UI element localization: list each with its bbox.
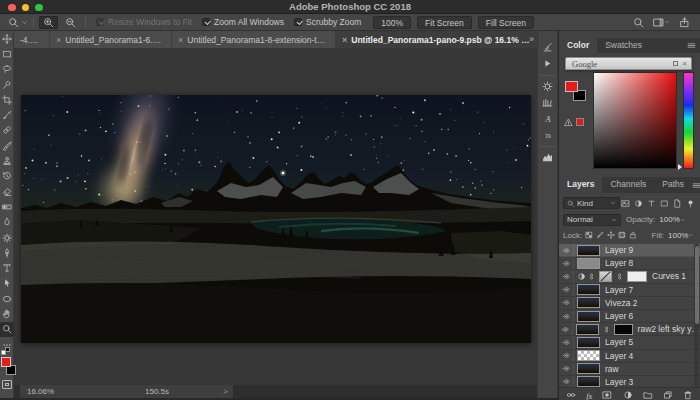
tab-close-icon[interactable]: × bbox=[56, 35, 61, 45]
gamut-warning[interactable] bbox=[564, 113, 584, 131]
document-tab[interactable]: -4.psb bbox=[14, 31, 50, 48]
zoom-tool-preset[interactable] bbox=[6, 16, 21, 29]
adjustments-panel-button[interactable] bbox=[539, 79, 556, 94]
checkbox-scrubby-zoom[interactable]: Scrubby Zoom bbox=[294, 17, 361, 27]
move-tool-button[interactable] bbox=[0, 31, 14, 46]
layer-name[interactable]: raw2 left sky yell... bbox=[636, 324, 700, 334]
zoom-out-button[interactable] bbox=[61, 16, 80, 29]
delete-layer-button[interactable] bbox=[683, 385, 693, 400]
new-group-button[interactable] bbox=[643, 385, 653, 400]
layer-row[interactable]: Layer 9 bbox=[559, 244, 700, 257]
close-icon[interactable]: × bbox=[682, 61, 687, 66]
layer-thumbnail[interactable] bbox=[577, 284, 600, 295]
minimize-icon[interactable] bbox=[673, 61, 678, 66]
layer-row[interactable]: Layer 5 bbox=[559, 336, 700, 349]
layer-thumbnail[interactable] bbox=[577, 350, 600, 361]
layer-name[interactable]: Viveza 2 bbox=[603, 298, 637, 308]
crop-tool-button[interactable] bbox=[0, 92, 14, 107]
zoom-in-button[interactable] bbox=[39, 16, 58, 29]
pixel-filter-button[interactable] bbox=[620, 197, 631, 209]
layer-visibility-toggle[interactable] bbox=[559, 336, 574, 348]
tab-close-icon[interactable]: × bbox=[342, 35, 347, 45]
tab-overflow-icon[interactable]: » bbox=[529, 31, 534, 48]
layer-thumbnail[interactable] bbox=[577, 337, 600, 348]
layer-name[interactable]: raw bbox=[603, 364, 619, 374]
panel-menu-button[interactable] bbox=[692, 177, 700, 193]
document-tab[interactable]: ×Untitled_Panorama1-8-extension-top.psb bbox=[172, 31, 336, 48]
layer-name[interactable]: Layer 6 bbox=[603, 311, 633, 321]
layer-row[interactable]: Viveza 2 bbox=[559, 297, 700, 310]
layer-name[interactable]: Layer 5 bbox=[603, 337, 633, 347]
adjustment-filter-button[interactable] bbox=[633, 197, 644, 209]
lasso-tool-button[interactable] bbox=[0, 62, 14, 77]
layer-effects-button[interactable]: fx bbox=[586, 385, 592, 400]
layer-thumbnail[interactable] bbox=[577, 258, 600, 269]
layer-thumbnail[interactable] bbox=[577, 311, 600, 322]
glyphs-panel-button[interactable]: A bbox=[539, 111, 556, 126]
fill-dropdown[interactable]: 100% bbox=[666, 229, 696, 241]
canvas-area[interactable]: 16.06% 150.5s > bbox=[14, 48, 537, 398]
actions-play-panel-button[interactable] bbox=[539, 56, 556, 71]
layer-mask-thumbnail[interactable] bbox=[627, 271, 647, 282]
layer-mask-thumbnail[interactable] bbox=[614, 324, 633, 335]
layer-thumbnail[interactable] bbox=[577, 245, 600, 256]
layer-name[interactable]: Layer 8 bbox=[603, 258, 633, 268]
layer-visibility-toggle[interactable] bbox=[559, 350, 574, 362]
layer-thumbnail[interactable] bbox=[577, 363, 600, 374]
hue-slider-marker[interactable] bbox=[678, 164, 682, 170]
lock-paint-button[interactable] bbox=[596, 231, 604, 240]
lock-all-button[interactable] bbox=[629, 231, 637, 240]
layer-thumbnail[interactable] bbox=[577, 297, 600, 308]
dodge-tool-button[interactable] bbox=[0, 230, 14, 245]
layer-visibility-toggle[interactable] bbox=[559, 323, 573, 335]
layer-row[interactable]: Layer 8 bbox=[559, 257, 700, 270]
layer-visibility-toggle[interactable] bbox=[559, 363, 574, 375]
tab-color[interactable]: Color bbox=[559, 38, 597, 53]
new-layer-button[interactable] bbox=[663, 385, 673, 400]
clone-stamp-tool-button[interactable] bbox=[0, 153, 14, 168]
layer-row[interactable]: Layer 4 bbox=[559, 350, 700, 363]
checkbox-zoom-all-windows[interactable]: Zoom All Windows bbox=[202, 17, 284, 27]
eraser-tool-button[interactable] bbox=[0, 184, 14, 199]
path-select-tool-button[interactable] bbox=[0, 276, 14, 291]
new-adjustment-button[interactable] bbox=[623, 385, 633, 400]
layer-visibility-toggle[interactable] bbox=[559, 284, 574, 296]
layer-row[interactable]: Curves 1 bbox=[559, 270, 700, 283]
panel-menu-button[interactable] bbox=[687, 38, 700, 53]
layers-scrollbar[interactable] bbox=[694, 244, 699, 387]
blend-mode-dropdown[interactable]: Normal bbox=[563, 214, 621, 226]
zoom-percent-field[interactable]: 16.06% bbox=[27, 385, 54, 398]
layer-row[interactable]: Layer 7 bbox=[559, 284, 700, 297]
document-tab[interactable]: ×Untitled_Panorama1-6.psb bbox=[50, 31, 172, 48]
hue-slider[interactable] bbox=[683, 72, 694, 169]
workspace-button[interactable] bbox=[653, 16, 670, 27]
lock-move-button[interactable] bbox=[607, 231, 615, 240]
document-tab[interactable]: ×Untitled_Panorama1-pano-9.psb @ 16.1% (… bbox=[336, 31, 537, 48]
scrollbar-thumb[interactable] bbox=[695, 246, 699, 324]
fill-screen-button[interactable]: Fill Screen bbox=[478, 16, 534, 29]
layer-visibility-toggle[interactable] bbox=[559, 270, 574, 282]
opacity-dropdown[interactable]: 100% bbox=[657, 214, 687, 226]
panorama-image[interactable] bbox=[21, 95, 531, 343]
tab-paths[interactable]: Paths bbox=[654, 177, 692, 193]
screen-mode-button[interactable] bbox=[2, 380, 12, 389]
layer-row[interactable]: Layer 6 bbox=[559, 310, 700, 323]
layer-visibility-toggle[interactable] bbox=[559, 257, 574, 269]
filter-kind-dropdown[interactable]: Kind bbox=[563, 197, 620, 209]
eyedropper-tool-button[interactable] bbox=[0, 107, 14, 122]
adjustment-thumbnail[interactable] bbox=[599, 271, 612, 282]
panel-foreground-swatch[interactable] bbox=[565, 81, 578, 92]
history-brush-tool-button[interactable] bbox=[0, 169, 14, 184]
smart-filter-button[interactable] bbox=[672, 197, 683, 209]
search-button[interactable] bbox=[633, 16, 644, 27]
layer-thumbnail[interactable] bbox=[576, 324, 599, 335]
shape-filter-button[interactable] bbox=[659, 197, 670, 209]
fit-screen-button[interactable]: Fit Screen bbox=[417, 16, 472, 29]
brush-settings-panel-button[interactable] bbox=[539, 40, 556, 55]
layer-row[interactable]: raw2 left sky yell... bbox=[559, 323, 700, 336]
tab-layers[interactable]: Layers bbox=[559, 177, 602, 193]
tab-swatches[interactable]: Swatches bbox=[597, 38, 650, 53]
type-filter-button[interactable] bbox=[646, 197, 657, 209]
layer-visibility-toggle[interactable] bbox=[559, 297, 574, 309]
lock-artboard-button[interactable] bbox=[618, 231, 626, 240]
